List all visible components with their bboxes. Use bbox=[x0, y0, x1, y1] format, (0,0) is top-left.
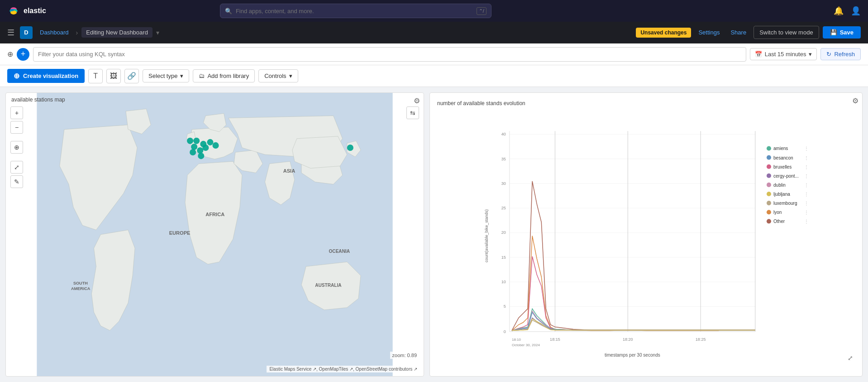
settings-button[interactable]: Settings bbox=[695, 27, 723, 38]
map-panel-title: available stations map bbox=[11, 97, 65, 103]
svg-text:dublin: dublin bbox=[773, 183, 786, 188]
compass-button[interactable]: ⊕ bbox=[10, 141, 23, 154]
save-button[interactable]: 💾 Save bbox=[823, 26, 861, 39]
share-button[interactable]: Share bbox=[727, 27, 750, 38]
svg-text:amiens: amiens bbox=[773, 146, 788, 151]
svg-text:bruxelles: bruxelles bbox=[773, 164, 792, 169]
library-icon: 🗂 bbox=[199, 73, 205, 79]
breadcrumb-separator: › bbox=[76, 29, 78, 36]
add-from-library-button[interactable]: 🗂 Add from library bbox=[193, 69, 255, 82]
svg-text:AUSTRALIA: AUSTRALIA bbox=[315, 283, 342, 288]
elastic-logo-icon bbox=[7, 5, 20, 17]
filter-panels-icon[interactable]: ⊕ bbox=[7, 50, 13, 58]
time-picker-button[interactable]: 📅 Last 15 minutes ▾ bbox=[750, 48, 817, 60]
svg-text:18:20: 18:20 bbox=[623, 337, 633, 342]
user-profile-icon[interactable]: 👤 bbox=[851, 6, 861, 16]
map-panel: available stations map ⚙ + − ⊕ ⤢ ✎ ⇆ bbox=[5, 92, 424, 377]
svg-text:lyon: lyon bbox=[773, 210, 782, 215]
svg-text:35: 35 bbox=[501, 157, 506, 161]
svg-text:10: 10 bbox=[501, 280, 506, 284]
svg-point-18 bbox=[207, 139, 213, 145]
search-input[interactable] bbox=[236, 8, 473, 15]
svg-point-67 bbox=[767, 201, 771, 205]
svg-text:⋮: ⋮ bbox=[804, 174, 809, 179]
chart-panel: number of available stands evolution ⚙ c… bbox=[429, 92, 863, 377]
fullscreen-button[interactable]: ⤢ bbox=[10, 161, 23, 174]
map-panel-gear-icon[interactable]: ⚙ bbox=[414, 97, 420, 105]
svg-text:timestamps per 30 seconds: timestamps per 30 seconds bbox=[605, 353, 660, 358]
breadcrumb-dashboard-link[interactable]: Dashboard bbox=[36, 27, 72, 38]
svg-text:Other: Other bbox=[773, 219, 785, 224]
create-visualization-button[interactable]: ⊕ Create visualization bbox=[7, 69, 85, 83]
svg-point-65 bbox=[767, 192, 771, 196]
unsaved-changes-badge: Unsaved changes bbox=[636, 28, 691, 38]
svg-text:⋮: ⋮ bbox=[804, 155, 809, 160]
svg-point-16 bbox=[197, 147, 203, 154]
text-panel-button[interactable]: T bbox=[88, 69, 103, 83]
controls-chevron-icon: ▾ bbox=[289, 73, 292, 79]
dashboard-toolbar: ⊕ Create visualization T 🖼 🔗 Select type… bbox=[0, 65, 868, 87]
svg-point-55 bbox=[767, 146, 771, 150]
search-icon: 🔍 bbox=[225, 8, 232, 15]
world-map-svg: EUROPE ASIA AFRICA SOUTH AMERICA OCEANIA… bbox=[6, 93, 424, 376]
breadcrumb-bar: ☰ D Dashboard › Editing New Dashboard ▾ … bbox=[0, 22, 868, 44]
map-attribution: Elastic Maps Service ↗, OpenMapTiles ↗, … bbox=[267, 366, 420, 372]
chevron-down-icon: ▾ bbox=[809, 51, 812, 58]
chart-panel-gear-icon[interactable]: ⚙ bbox=[852, 97, 858, 105]
svg-point-59 bbox=[767, 164, 771, 169]
map-zoom-label: zoom: 0.89 bbox=[390, 352, 419, 359]
refresh-button[interactable]: ↻ Refresh bbox=[820, 48, 861, 60]
map-tools: + − ⊕ ⤢ ✎ bbox=[10, 106, 23, 188]
svg-text:besancon: besancon bbox=[773, 155, 793, 160]
svg-text:luxembourg: luxembourg bbox=[773, 201, 797, 206]
main-content: available stations map ⚙ + − ⊕ ⤢ ✎ ⇆ bbox=[0, 87, 868, 382]
svg-text:25: 25 bbox=[501, 206, 506, 210]
filter-bar: ⊕ + 📅 Last 15 minutes ▾ ↻ Refresh bbox=[0, 44, 868, 65]
global-search[interactable]: 🔍 ⌃/ bbox=[220, 4, 491, 18]
map-expand-button[interactable]: ⇆ bbox=[406, 106, 419, 119]
calendar-icon: 📅 bbox=[755, 51, 762, 58]
select-type-button[interactable]: Select type ▾ bbox=[143, 69, 189, 82]
svg-point-57 bbox=[767, 155, 771, 160]
svg-point-22 bbox=[212, 142, 219, 149]
svg-text:0: 0 bbox=[504, 329, 506, 334]
svg-point-20 bbox=[198, 153, 204, 159]
refresh-icon: ↻ bbox=[826, 51, 831, 58]
svg-text:SOUTH: SOUTH bbox=[73, 281, 88, 285]
svg-text:count(available_bike_stands): count(available_bike_stands) bbox=[484, 209, 489, 262]
zoom-in-button[interactable]: + bbox=[10, 106, 23, 119]
svg-text:October 30, 2024: October 30, 2024 bbox=[512, 343, 540, 347]
svg-text:30: 30 bbox=[501, 181, 506, 186]
breadcrumb-current-page: Editing New Dashboard bbox=[81, 27, 153, 38]
svg-text:5: 5 bbox=[504, 304, 506, 309]
hamburger-menu-button[interactable]: ☰ bbox=[7, 28, 14, 38]
breadcrumb-chevron-icon[interactable]: ▾ bbox=[156, 29, 159, 36]
svg-point-23 bbox=[347, 145, 353, 151]
add-filter-button[interactable]: + bbox=[17, 48, 29, 61]
chart-expand-icon[interactable]: ⤢ bbox=[848, 354, 853, 362]
switch-view-mode-button[interactable]: Switch to view mode bbox=[754, 26, 819, 39]
svg-text:⋮: ⋮ bbox=[804, 192, 809, 197]
elastic-logo[interactable]: elastic bbox=[7, 5, 46, 17]
svg-point-69 bbox=[767, 210, 771, 214]
link-panel-button[interactable]: 🔗 bbox=[124, 69, 139, 83]
svg-text:EUROPE: EUROPE bbox=[169, 230, 191, 236]
zoom-out-button[interactable]: − bbox=[10, 121, 23, 134]
notifications-icon[interactable]: 🔔 bbox=[834, 6, 844, 16]
drawing-button[interactable]: ✎ bbox=[10, 175, 23, 188]
dashboard-avatar: D bbox=[20, 26, 33, 39]
svg-point-13 bbox=[193, 138, 200, 144]
svg-text:18:25: 18:25 bbox=[696, 337, 706, 342]
kql-filter-input[interactable] bbox=[33, 47, 746, 62]
svg-text:cergy-pont...: cergy-pont... bbox=[773, 174, 799, 179]
create-viz-icon: ⊕ bbox=[14, 72, 19, 80]
nav-right-icons: 🔔 👤 bbox=[834, 6, 861, 16]
image-panel-button[interactable]: 🖼 bbox=[106, 69, 121, 83]
breadcrumb-actions: Unsaved changes Settings Share Switch to… bbox=[636, 26, 861, 39]
svg-point-61 bbox=[767, 174, 771, 178]
line-chart-svg: count(available_bike_stands) 0 5 10 15 2… bbox=[437, 108, 855, 363]
controls-button[interactable]: Controls ▾ bbox=[258, 69, 298, 82]
svg-text:⋮: ⋮ bbox=[804, 201, 809, 206]
svg-text:15: 15 bbox=[501, 255, 506, 260]
svg-text:⋮: ⋮ bbox=[804, 146, 809, 151]
